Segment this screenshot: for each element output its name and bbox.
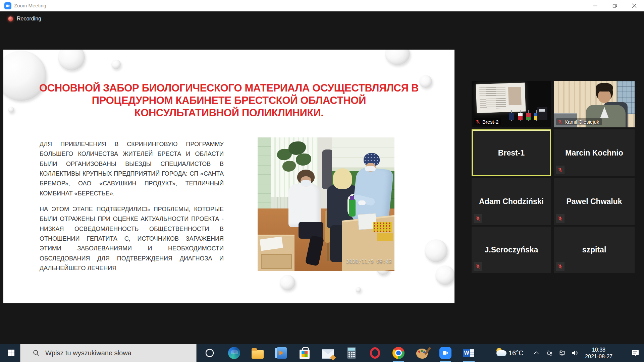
slide-title: ОСНОВНОЙ ЗАБОР БИОЛОГИЧЕСКОГО МАТЕРИАЛА … [39, 82, 419, 119]
movies-tv-icon[interactable] [273, 344, 289, 362]
mic-muted-icon [557, 119, 562, 124]
window-titlebar: Zoom Meeting [0, 0, 644, 11]
chrome-icon[interactable] [390, 344, 407, 362]
bubble-decoration [419, 75, 432, 88]
paint-icon[interactable] [414, 344, 430, 362]
search-input[interactable] [45, 349, 187, 357]
participant-name: Pawel Chwaluk [554, 197, 635, 206]
mic-muted-icon [557, 216, 563, 221]
shared-screen-slide: ОСНОВНОЙ ЗАБОР БИОЛОГИЧЕСКОГО МАТЕРИАЛА … [3, 50, 454, 303]
window-title: Zoom Meeting [14, 0, 46, 11]
mic-muted-icon [475, 119, 480, 124]
participant-name: Adam Chodziński [472, 197, 551, 206]
participant-tile-pawel-chwaluk[interactable]: Pawel Chwaluk [554, 178, 635, 225]
mic-muted-icon [557, 264, 563, 269]
participant-grid: Brest-2 Kamil Olesiejuk Brest-1 [472, 81, 635, 274]
tray-chevron-up-icon[interactable] [531, 344, 541, 362]
tray-time: 10:38 [579, 347, 619, 353]
photo-timestamp: 2020/11/5 09:43 [317, 259, 392, 265]
mic-muted-icon [475, 216, 481, 221]
file-explorer-icon[interactable] [250, 344, 266, 362]
word-icon[interactable]: W [461, 344, 477, 362]
recording-dot-icon [8, 16, 13, 21]
participant-name: szpital [554, 245, 635, 254]
bubble-decoration [8, 107, 14, 113]
taskbar-search-box[interactable] [20, 344, 197, 362]
participant-name: Kamil Olesiejuk [565, 119, 599, 125]
participant-tile-brest-1[interactable]: Brest-1 [472, 129, 551, 176]
participant-name: Brest-2 [482, 119, 498, 125]
mail-icon[interactable] [320, 344, 336, 362]
mic-muted-icon [475, 264, 481, 269]
bubble-decoration [385, 50, 410, 65]
search-icon [33, 349, 40, 357]
participant-tile-marcin-kochnio[interactable]: Marcin Kochnio [554, 129, 635, 176]
recording-label: Recording [17, 16, 41, 22]
microsoft-store-icon[interactable] [297, 344, 313, 362]
weather-icon[interactable] [496, 347, 508, 359]
participant-tile-kamil-olesiejuk[interactable]: Kamil Olesiejuk [554, 81, 635, 127]
zoom-taskbar-icon[interactable] [437, 344, 453, 362]
participant-tile-szpital[interactable]: szpital [554, 227, 635, 273]
bubble-decoration [111, 60, 121, 69]
bubble-decoration [435, 265, 454, 285]
slide-paragraph-2: НА ЭТОМ ЭТАПЕ ПОДТВЕРДИЛИСЬ ПРОБЛЕМЫ, КО… [40, 204, 224, 273]
action-center-icon[interactable] [629, 344, 642, 362]
minimize-button[interactable] [586, 0, 605, 11]
close-button[interactable] [625, 0, 644, 11]
tray-clock[interactable]: 10:38 2021-08-27 [577, 346, 621, 360]
participant-tile-j-seroczynska[interactable]: J.Seroczyńska [472, 227, 551, 273]
tray-date: 2021-08-27 [579, 353, 619, 360]
slide-photo-clinic: 2020/11/5 09:43 [258, 137, 394, 271]
tray-camera-in-use-icon[interactable] [544, 344, 555, 362]
bubble-decoration [356, 287, 361, 292]
slide-body-text: ДЛЯ ПРИВЛЕЧЕНИЯ В СКРИНИНГОВУЮ ПРОГРАММУ… [40, 139, 224, 279]
mic-muted-icon [557, 167, 563, 173]
participant-name: Brest-1 [473, 148, 550, 158]
start-button[interactable] [3, 344, 19, 362]
doctor-figure [288, 184, 321, 227]
bubble-decoration [425, 239, 447, 262]
edge-icon[interactable] [226, 344, 242, 362]
recording-indicator: Recording [8, 16, 41, 22]
tray-network-icon[interactable] [557, 344, 568, 362]
participant-name: Marcin Kochnio [554, 148, 635, 158]
zoom-app-icon [4, 2, 11, 9]
zoom-meeting-window: Zoom Meeting Recording [0, 0, 644, 362]
bubble-decoration [58, 50, 85, 70]
slide-paragraph-1: ДЛЯ ПРИВЛЕЧЕНИЯ В СКРИНИНГОВУЮ ПРОГРАММУ… [40, 139, 224, 198]
participant-name: J.Seroczyńska [472, 245, 551, 254]
meeting-canvas: Recording ОСНОВНОЙ ЗАБОР БИОЛОГИЧЕСКОГО … [0, 11, 644, 344]
windows-taskbar: W 16°C 10:38 2021-08-27 [0, 344, 644, 362]
calculator-icon[interactable] [343, 344, 360, 362]
temperature-label[interactable]: 16°C [508, 344, 524, 362]
bubble-decoration [280, 275, 295, 290]
cortana-icon[interactable] [202, 344, 218, 362]
participant-tile-brest-2[interactable]: Brest-2 [472, 81, 551, 127]
maximize-button[interactable] [605, 0, 625, 11]
participant-tile-adam-chodzinski[interactable]: Adam Chodziński [472, 178, 551, 225]
opera-icon[interactable] [367, 344, 383, 362]
